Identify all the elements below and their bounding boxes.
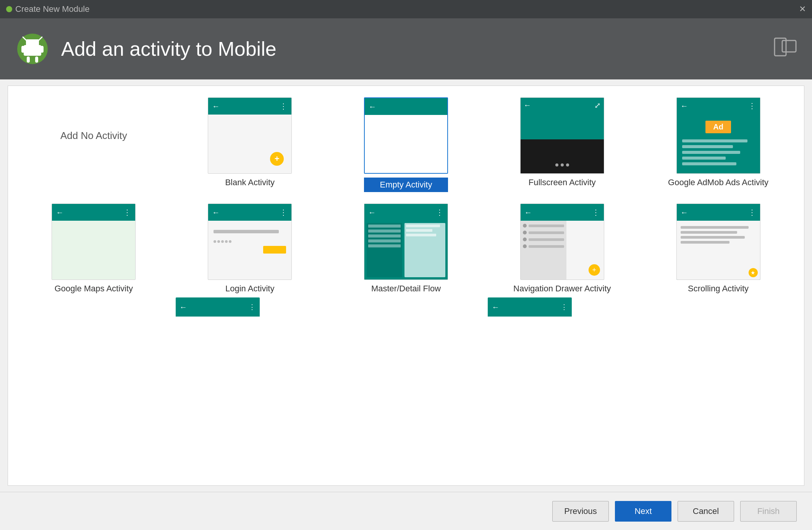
cancel-button[interactable]: Cancel xyxy=(678,501,734,522)
previous-button[interactable]: Previous xyxy=(552,501,609,522)
blank-activity-item[interactable]: ← ⋮ + Blank Activity xyxy=(176,97,324,187)
svg-rect-8 xyxy=(40,46,44,53)
main-content: Add No Activity ← ⋮ + Blank Activity ← xyxy=(8,86,804,486)
no-activity-thumb: Add No Activity xyxy=(52,97,136,174)
login-fields xyxy=(208,221,291,257)
partial-back-2: ← xyxy=(492,303,499,312)
fullscreen-expand-icon: ⤢ xyxy=(594,101,601,110)
maps-teal-bar: ← ⋮ xyxy=(52,204,135,221)
blank-fab: + xyxy=(270,152,284,166)
partial-item-1 xyxy=(19,297,168,317)
master-list xyxy=(367,223,402,277)
three-dot-icon: ⋮ xyxy=(280,102,288,111)
partial-item-3 xyxy=(332,297,480,317)
login-thumb: ← ⋮ xyxy=(208,204,292,280)
partial-back-1: ← xyxy=(180,303,187,312)
android-logo xyxy=(15,32,50,66)
empty-teal-bar: ← xyxy=(365,98,447,115)
blank-activity-label: Blank Activity xyxy=(225,178,275,187)
no-activity-item[interactable]: Add No Activity xyxy=(19,97,168,174)
nav-item-4 xyxy=(523,244,564,248)
login-activity-item[interactable]: ← ⋮ xyxy=(176,204,324,294)
master-detail-thumb: ← ⋮ xyxy=(364,204,448,280)
master-detail-item[interactable]: ← ⋮ xyxy=(332,204,480,294)
close-button[interactable]: ✕ xyxy=(799,5,806,13)
fullscreen-back-icon: ← xyxy=(524,101,531,110)
scroll-three-dot: ⋮ xyxy=(748,208,756,217)
nav-fab: + xyxy=(589,264,600,276)
svg-rect-7 xyxy=(21,46,24,53)
admob-thumb: ← ⋮ Ad xyxy=(676,97,760,174)
maps-back-icon: ← xyxy=(56,208,63,217)
device-icon xyxy=(774,37,797,60)
admob-label: Google AdMob Ads Activity xyxy=(668,178,768,187)
svg-rect-12 xyxy=(782,40,796,52)
scrolling-content: ★ xyxy=(677,221,760,280)
partial-item-5 xyxy=(644,297,793,317)
admob-lines xyxy=(677,137,760,170)
svg-rect-1 xyxy=(24,45,41,56)
detail-panel xyxy=(404,223,445,277)
no-activity-label: Add No Activity xyxy=(60,130,127,142)
scrolling-label: Scrolling Activity xyxy=(688,284,749,294)
app-icon xyxy=(6,6,12,12)
nav-item-3 xyxy=(523,238,564,241)
empty-activity-item[interactable]: ← Empty Activity xyxy=(332,97,480,192)
admob-three-dot: ⋮ xyxy=(748,101,756,110)
empty-activity-label: Empty Activity xyxy=(364,178,448,192)
partial-row: ← ⋮ ← ⋮ xyxy=(19,297,793,317)
header-title: Add an activity to Mobile xyxy=(61,37,277,60)
svg-rect-9 xyxy=(27,57,30,63)
md-back-icon: ← xyxy=(368,208,376,217)
nav-drawer-label: Navigation Drawer Activity xyxy=(513,284,611,294)
activity-grid: Add No Activity ← ⋮ + Blank Activity ← xyxy=(19,97,793,294)
nav-back-icon: ← xyxy=(524,208,532,217)
md-three-dot: ⋮ xyxy=(436,208,444,217)
title-bar: Create New Module ✕ xyxy=(0,0,812,18)
fullscreen-diagonal xyxy=(521,98,604,173)
finish-button[interactable]: Finish xyxy=(740,501,797,522)
maps-label: Google Maps Activity xyxy=(55,284,133,294)
admob-activity-item[interactable]: ← ⋮ Ad Google AdMob Ads Activity xyxy=(644,97,793,187)
scrolling-activity-item[interactable]: ← ⋮ ★ Scrolling Activity xyxy=(644,204,793,294)
fullscreen-label: Fullscreen Activity xyxy=(529,178,596,187)
master-detail-content xyxy=(364,221,448,280)
scroll-back-icon: ← xyxy=(681,208,688,217)
svg-rect-2 xyxy=(26,39,39,46)
footer: Previous Next Cancel Finish xyxy=(0,492,812,530)
back-arrow-icon2: ← xyxy=(369,102,376,111)
nav-drawer-panel xyxy=(521,221,566,280)
login-back-icon: ← xyxy=(212,208,220,217)
blank-teal-bar: ← ⋮ xyxy=(208,98,291,115)
blank-activity-thumb: ← ⋮ + xyxy=(208,97,292,174)
title-bar-left: Create New Module xyxy=(6,4,89,14)
maps-activity-item[interactable]: ← ⋮ 📍 Google Maps Activity xyxy=(19,204,168,294)
svg-point-4 xyxy=(35,42,37,44)
partial-dot-1: ⋮ xyxy=(249,303,256,311)
next-button[interactable]: Next xyxy=(615,501,671,522)
login-teal-bar: ← ⋮ xyxy=(208,204,291,221)
nav-drawer-thumb: ← ⋮ xyxy=(520,204,604,280)
nav-three-dot: ⋮ xyxy=(592,208,600,217)
maps-three-dot: ⋮ xyxy=(123,208,131,217)
fullscreen-activity-item[interactable]: ← ⤢ Fullscreen Activity xyxy=(488,97,636,187)
admob-banner: Ad xyxy=(705,121,731,133)
nav-drawer-item[interactable]: ← ⋮ xyxy=(488,204,636,294)
partial-item-4[interactable]: ← ⋮ xyxy=(488,297,636,317)
partial-item-2[interactable]: ← ⋮ xyxy=(176,297,324,317)
empty-activity-thumb: ← xyxy=(364,97,448,174)
nav-item-1 xyxy=(523,224,564,228)
login-button-mock xyxy=(263,246,286,254)
nav-drawer-header: ← ⋮ xyxy=(521,204,604,221)
login-label: Login Activity xyxy=(225,284,274,294)
master-detail-label: Master/Detail Flow xyxy=(371,284,441,294)
svg-rect-10 xyxy=(35,57,38,63)
scrolling-star: ★ xyxy=(749,268,758,277)
fullscreen-dots xyxy=(555,163,569,166)
scrolling-thumb: ← ⋮ ★ xyxy=(676,204,760,280)
partial-dot-2: ⋮ xyxy=(561,303,568,311)
svg-point-3 xyxy=(28,42,30,44)
maps-thumb: ← ⋮ 📍 xyxy=(52,204,136,280)
login-three-dot: ⋮ xyxy=(280,208,288,217)
password-dots xyxy=(214,240,286,243)
